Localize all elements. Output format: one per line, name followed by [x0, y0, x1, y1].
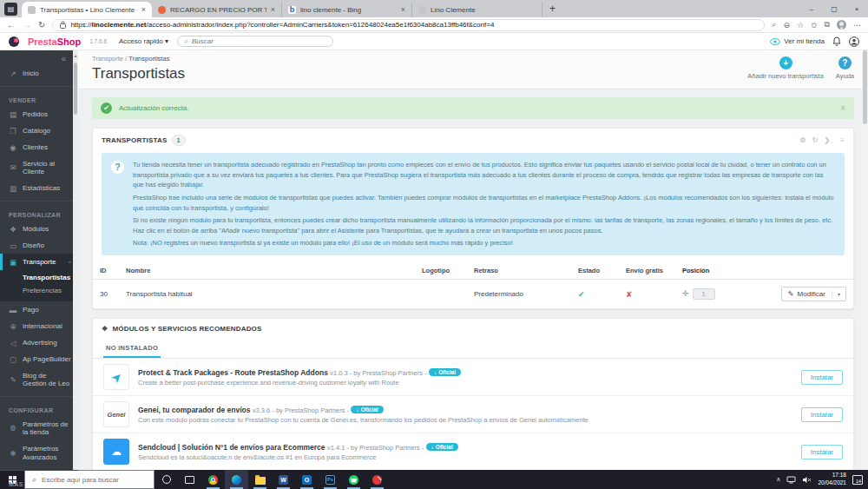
show-hidden-icons[interactable]: ∧: [776, 476, 780, 483]
sidebar-collapse-button[interactable]: «: [0, 50, 78, 65]
shortcut-icon[interactable]: ❯_: [825, 136, 835, 144]
admin-search[interactable]: ⌕: [177, 36, 333, 47]
browser-menu-icon[interactable]: ⋯: [853, 21, 861, 30]
sidebar-item-pedidos[interactable]: ▤Pedidos: [0, 106, 78, 122]
quick-access-dropdown[interactable]: Acceso rápido ▾: [119, 37, 168, 45]
page-scrollbar[interactable]: [862, 50, 868, 470]
new-tab-button[interactable]: +: [549, 3, 556, 15]
tab-actions-icon[interactable]: ▤: [4, 3, 17, 16]
sidebar-subitem-preferencias[interactable]: Preferencias: [0, 284, 78, 297]
scrollbar-thumb[interactable]: [74, 63, 77, 115]
taskbar-clock[interactable]: 17:1820/04/2021: [818, 472, 846, 487]
modify-button[interactable]: ✎ Modificar ▾: [781, 287, 846, 301]
sidebar-item-advertising[interactable]: ◁Advertising: [0, 334, 78, 351]
sidebar-item-pago[interactable]: ▬Pago: [0, 301, 78, 318]
prestashop-logo[interactable]: PrestaShop: [28, 36, 81, 47]
bell-icon[interactable]: [832, 36, 841, 46]
sidebar-subitem-transportistas[interactable]: Transportistas: [0, 271, 78, 284]
col-nombre[interactable]: Nombre: [119, 262, 415, 280]
alert-close-icon[interactable]: ×: [840, 103, 845, 113]
module-name[interactable]: Genei, tu comparador de envíos: [138, 406, 250, 414]
add-carrier-button[interactable]: + Añadir nuevo transportista: [747, 56, 824, 80]
tab-no-instalado[interactable]: NO INSTALADO: [103, 338, 161, 358]
col-retraso[interactable]: Retraso: [467, 262, 571, 280]
browser-tab[interactable]: RECARGO EN PRECIO POR TALL... ×: [152, 2, 282, 17]
red-circle-app-button[interactable]: [365, 470, 389, 489]
col-estado[interactable]: Estado: [571, 262, 619, 280]
cortana-button[interactable]: [155, 470, 178, 489]
task-view-button[interactable]: [178, 470, 201, 489]
tab-close-icon[interactable]: ×: [271, 5, 275, 14]
maximize-button[interactable]: ▢: [823, 0, 845, 17]
sidebar-item-transporte[interactable]: ▣ Transporte ˄: [0, 254, 78, 270]
chevron-down-icon[interactable]: ▾: [832, 291, 845, 297]
favorite-star-icon[interactable]: ☆: [797, 21, 804, 30]
minimize-button[interactable]: –: [800, 0, 823, 17]
carriers-panel-header: TRANSPORTISTAS 1 ⚙ ↻ ❯_ ≡: [93, 129, 853, 151]
tab-close-icon[interactable]: ×: [401, 5, 405, 14]
speaker-muted-icon[interactable]: [802, 476, 812, 484]
word-app-button[interactable]: W: [272, 470, 295, 489]
tab-close-icon[interactable]: ×: [141, 5, 146, 14]
photoshop-app-button[interactable]: Ps: [319, 470, 342, 489]
col-envio-gratis[interactable]: Envío gratis: [619, 262, 675, 280]
sidebar-item-clientes[interactable]: ◉Clientes: [0, 139, 78, 155]
col-logotipo[interactable]: Logotipo: [415, 262, 467, 280]
col-id[interactable]: ID: [93, 262, 119, 280]
outlook-app-button[interactable]: O: [295, 470, 319, 489]
browser-tab[interactable]: b lino clemente - Bing ×: [282, 2, 412, 17]
carrier-row[interactable]: 30 Transportista habitual Predeterminado…: [93, 280, 853, 309]
browser-url-bar: ← → ↻ https://linoclemente.net/acceso-ad…: [0, 17, 868, 33]
sidebar-item-modulos[interactable]: ❖Módulos: [0, 221, 78, 237]
browser-profile-avatar[interactable]: [837, 20, 846, 30]
module-name[interactable]: Sendcloud | Solución N°1 de envíos para …: [138, 443, 326, 452]
network-icon[interactable]: [786, 476, 796, 484]
pagebuilder-icon: ▢: [9, 355, 17, 364]
back-icon[interactable]: ←: [7, 20, 16, 30]
sidebar-item-parametros-tienda[interactable]: ⚙Parámetros de la tienda: [0, 416, 78, 440]
close-button[interactable]: ×: [845, 0, 868, 17]
file-explorer-button[interactable]: [248, 470, 272, 489]
sidebar-item-servicio-cliente[interactable]: ✉Servicio al Cliente: [0, 155, 78, 180]
forward-icon[interactable]: →: [23, 20, 31, 30]
position-input[interactable]: [693, 288, 715, 300]
breadcrumb-parent[interactable]: Transporte: [92, 55, 123, 63]
install-button[interactable]: Instalar: [801, 370, 843, 385]
gear-icon[interactable]: ⚙: [799, 136, 806, 144]
action-center-icon[interactable]: 14: [852, 475, 863, 485]
refresh-icon[interactable]: ↻: [38, 20, 45, 30]
col-posicion[interactable]: Posición: [675, 262, 758, 280]
sidebar-scrollbar[interactable]: ▲: [73, 50, 78, 470]
sidebar-item-estadisticas[interactable]: ▥Estadísticas: [0, 180, 78, 196]
scrollbar-thumb[interactable]: [863, 50, 867, 124]
sidebar-item-pagebuilder[interactable]: ▢Ap PageBuilder: [0, 351, 78, 367]
sidebar-item-blog[interactable]: ✎Blog de Gestión de Leo: [0, 367, 78, 392]
collections-icon[interactable]: ⧉: [825, 20, 830, 30]
edge-app-button[interactable]: [225, 470, 248, 489]
sidebar-item-parametros-avanzados[interactable]: ❋Parámetros Avanzados: [0, 441, 78, 466]
free-shipping-disabled-icon[interactable]: ✘: [619, 280, 675, 309]
favorites-list-icon[interactable]: ✩: [811, 21, 818, 30]
sidebar-item-diseno[interactable]: ▭Diseño: [0, 237, 78, 254]
admin-search-input[interactable]: [192, 37, 326, 45]
zoom-icon[interactable]: ⊖: [783, 21, 790, 30]
drag-handle-icon[interactable]: ✛: [682, 289, 689, 298]
sidebar-item-catalogo[interactable]: ❒Catálogo: [0, 122, 78, 139]
browser-tab[interactable]: Lino Clemente: [412, 2, 542, 17]
sidebar-item-internacional[interactable]: ⊕Internacional: [0, 318, 78, 334]
view-shop-link[interactable]: Ver mi tienda: [770, 37, 825, 45]
module-name[interactable]: Protect & Track Packages - Route PrestaS…: [138, 368, 328, 377]
status-enabled-icon[interactable]: ✔: [571, 280, 619, 309]
account-icon[interactable]: [849, 36, 859, 47]
chrome-app-button[interactable]: [201, 470, 225, 489]
search-icon[interactable]: ⌕: [772, 20, 776, 30]
install-button[interactable]: Instalar: [801, 445, 843, 459]
help-button[interactable]: ? Ayuda: [836, 56, 854, 80]
refresh-icon[interactable]: ↻: [812, 136, 819, 144]
install-button[interactable]: Instalar: [801, 407, 843, 422]
sidebar-item-inicio[interactable]: ↗ Inicio: [0, 65, 78, 82]
layers-icon[interactable]: ≡: [840, 136, 845, 144]
browser-tab-active[interactable]: Transportistas • Lino Clemente ×: [22, 2, 152, 17]
address-bar[interactable]: https://linoclemente.net/acceso-administ…: [52, 19, 765, 31]
whatsapp-app-button[interactable]: ☎: [342, 470, 365, 489]
